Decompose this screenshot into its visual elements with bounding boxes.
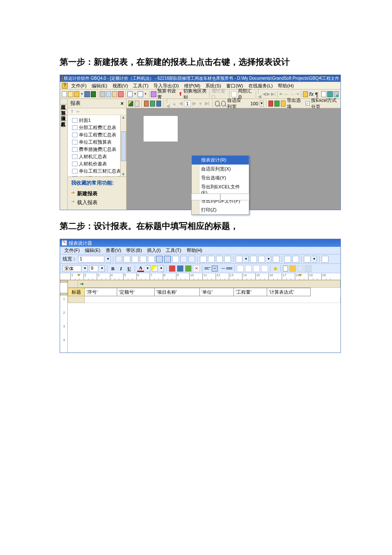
menu-file[interactable]: 文件(F)	[69, 82, 88, 90]
cut-icon[interactable]	[100, 91, 105, 97]
scroll-thumb[interactable]	[121, 131, 126, 161]
panel-close-icon[interactable]: ×	[121, 101, 124, 107]
preview-icon[interactable]	[322, 256, 329, 263]
tool-yellow-icon[interactable]	[289, 265, 296, 272]
page-number[interactable]: 1	[184, 101, 191, 107]
delete-icon[interactable]	[118, 91, 123, 97]
sidetab-budget[interactable]: 预算书	[60, 104, 67, 110]
fav-new-report[interactable]: 新建报表	[71, 189, 123, 198]
menu2-edit[interactable]: 编辑(E)	[83, 247, 102, 254]
title-col-unit[interactable]: '单位'	[200, 288, 234, 296]
band-arrow-cell[interactable]: ➔	[78, 280, 340, 288]
help-icon[interactable]: ?	[62, 83, 68, 89]
tree-item[interactable]: 单位工程预算表	[72, 139, 126, 146]
menu2-help[interactable]: 帮助(H)	[185, 247, 204, 254]
tree-item[interactable]: 封面1	[72, 117, 126, 124]
excel-icon[interactable]	[91, 91, 96, 97]
border-vmid-icon[interactable]	[132, 256, 138, 263]
border-none-icon[interactable]	[115, 256, 122, 263]
ctx-fit-width[interactable]: 自适应列宽(X)	[192, 165, 249, 173]
tree-scrollbar[interactable]: ▲ ▼	[120, 115, 126, 176]
align-left-icon[interactable]	[205, 266, 210, 272]
linewidth-input[interactable]: 1	[78, 256, 104, 263]
zoom-out-icon[interactable]	[221, 101, 226, 107]
sidetab-overview[interactable]: 工程概况	[60, 99, 67, 104]
fit-width-label[interactable]: 自适应列宽	[227, 97, 246, 110]
preview-page[interactable]	[144, 116, 178, 142]
align-center-v-icon[interactable]	[273, 256, 280, 263]
title-col-quota[interactable]: '定额号'	[117, 288, 155, 296]
title-col-formula[interactable]: '计算表达式'	[267, 288, 311, 296]
export3-icon[interactable]	[281, 101, 286, 107]
align-left-edge-icon[interactable]	[236, 256, 242, 263]
fx-icon[interactable]: fx	[309, 91, 314, 97]
pilcrow-icon[interactable]: ¶	[315, 91, 320, 97]
ruler-icon[interactable]	[297, 266, 303, 272]
menu2-file[interactable]: 文件(F)	[63, 247, 81, 254]
font-color-dd-icon[interactable]: ▼	[145, 265, 150, 272]
redo-icon[interactable]	[138, 91, 143, 97]
menu-view[interactable]: 视图(V)	[111, 82, 130, 90]
book2-icon[interactable]	[150, 101, 155, 107]
tool-icon-4[interactable]	[321, 91, 326, 97]
menu2-insert[interactable]: 插入(I)	[145, 247, 162, 254]
tool-icon-5[interactable]	[327, 91, 332, 97]
chart-bar-icon[interactable]	[261, 265, 268, 272]
tree-item[interactable]: 分部工程费汇总表	[72, 124, 126, 131]
font-name-dropdown-icon[interactable]: ▼	[83, 265, 88, 272]
tree-item[interactable]: 人材机汇总表	[72, 153, 126, 160]
font-size-dropdown-icon[interactable]: ▼	[100, 265, 105, 272]
dist-h-icon[interactable]	[284, 256, 291, 263]
zoom-dropdown-icon[interactable]: ▼	[259, 101, 264, 107]
design-icon[interactable]	[128, 101, 133, 107]
menu2-view[interactable]: 查看(V)	[104, 247, 123, 254]
tree-item[interactable]: 人材机价差表	[72, 160, 126, 168]
blank-band-label[interactable]	[68, 296, 85, 303]
ctx-export-opts[interactable]: 导出选项(Y)	[192, 173, 249, 182]
border-hmid-icon[interactable]	[156, 256, 163, 263]
align-top-edge-icon[interactable]	[258, 256, 265, 263]
border-right-icon[interactable]	[140, 256, 147, 263]
tree-item[interactable]: 分项工程人材机汇总表	[72, 175, 126, 176]
split-v-icon[interactable]	[216, 256, 223, 263]
redo-dropdown-icon[interactable]: ▼	[144, 92, 147, 96]
valign-bot-icon[interactable]	[253, 265, 260, 272]
paste-icon[interactable]	[112, 91, 117, 97]
tree-item[interactable]: 单位工程三材汇总表	[72, 168, 126, 175]
tool-icon-1[interactable]	[303, 91, 308, 97]
panel-nav-left-icon[interactable]: ⇐	[76, 109, 80, 114]
fav-load-report[interactable]: 载入报表	[71, 198, 123, 207]
tool-last-icon[interactable]	[305, 265, 311, 272]
bold-icon[interactable]: B	[110, 265, 116, 272]
align-center-h-icon[interactable]	[250, 256, 257, 263]
align-justify-icon[interactable]	[226, 266, 232, 272]
valign-mid-icon[interactable]	[245, 265, 252, 272]
chart-icon[interactable]	[304, 256, 311, 263]
undo-dropdown-icon[interactable]: ▼	[133, 92, 137, 96]
settings-icon[interactable]	[151, 91, 156, 97]
page-icon[interactable]	[283, 266, 288, 272]
align-dd1-icon[interactable]: ▼	[244, 256, 249, 263]
border-diag2-icon[interactable]	[188, 256, 195, 263]
cell-red-icon[interactable]	[169, 265, 176, 272]
border-diag1-icon[interactable]	[180, 256, 187, 263]
switch-region-button[interactable]: 切换地区类别	[183, 88, 208, 101]
fill-color-icon[interactable]	[152, 266, 158, 272]
panel-nav-up-icon[interactable]: ⇑	[70, 109, 74, 114]
vruler-bar[interactable]	[60, 280, 67, 283]
sidetab-measures[interactable]: 措施项目	[60, 110, 67, 116]
new-icon[interactable]	[62, 91, 67, 97]
design-grid[interactable]: ➔ 标题 '序号' '定额号' '项目名称' '单位' '工程量' '计算表达式…	[68, 280, 340, 353]
border-grid-icon[interactable]	[172, 256, 179, 263]
blank-icon[interactable]	[231, 91, 236, 97]
cell-clear-icon[interactable]: ✕	[193, 265, 200, 272]
italic-icon[interactable]: I	[118, 265, 124, 272]
tree-item[interactable]: 费率措施费汇总表	[72, 146, 126, 153]
nav2-first-icon[interactable]: ⇤	[280, 91, 283, 97]
font-color-icon[interactable]: A	[137, 265, 144, 272]
fill-color-dd-icon[interactable]: ▼	[159, 265, 164, 272]
star-icon[interactable]: ★	[273, 265, 278, 272]
scroll-down-icon[interactable]: ▼	[121, 172, 125, 176]
underline-icon[interactable]: U	[126, 265, 133, 272]
menu-tools[interactable]: 工具(T)	[131, 82, 150, 90]
